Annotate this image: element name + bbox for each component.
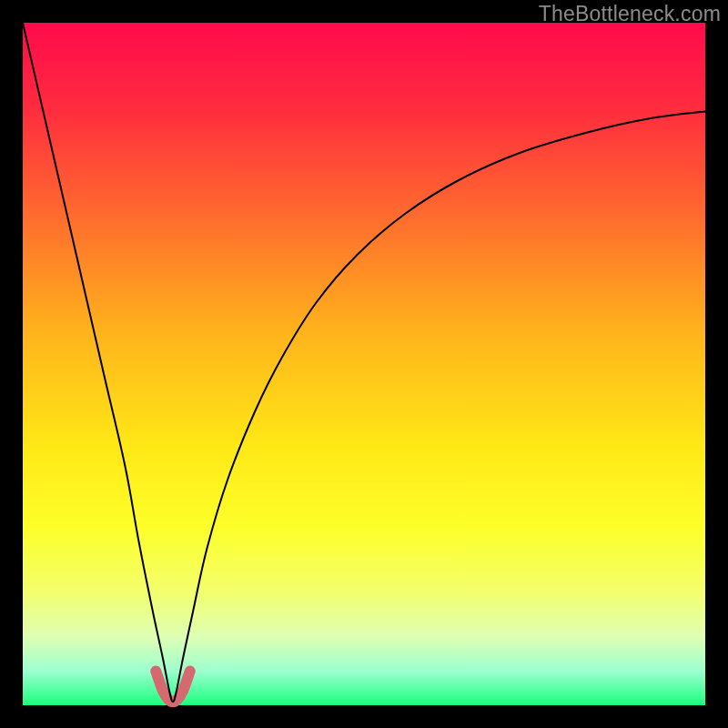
chart-stage: TheBottleneck.com [0, 0, 728, 728]
watermark-text: TheBottleneck.com [539, 2, 721, 26]
bottleneck-chart [0, 0, 728, 728]
plot-background [23, 23, 705, 705]
